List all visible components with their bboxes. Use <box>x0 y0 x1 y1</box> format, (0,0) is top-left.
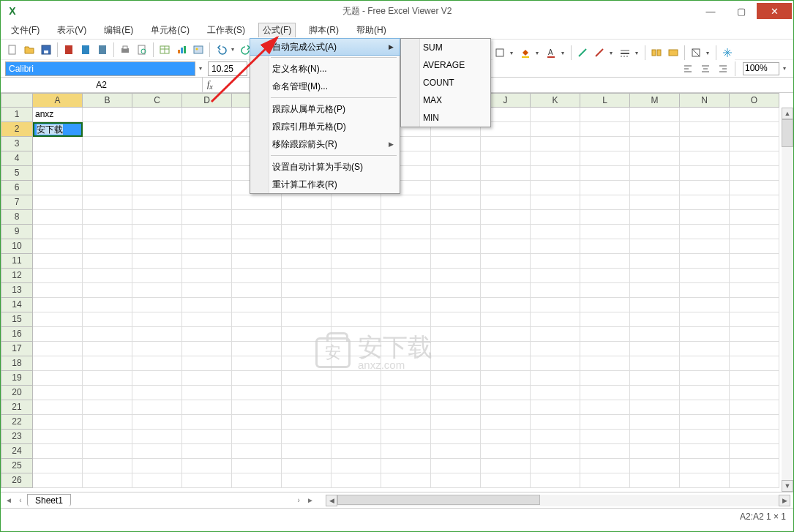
cell[interactable] <box>132 225 182 239</box>
menu-name-manager[interactable]: 命名管理(M)... <box>250 78 400 95</box>
cell[interactable] <box>132 239 182 254</box>
cell[interactable] <box>531 371 580 386</box>
col-header-N[interactable]: N <box>680 93 730 108</box>
cell[interactable] <box>580 371 630 386</box>
cell[interactable] <box>182 210 232 225</box>
cell[interactable] <box>630 371 680 386</box>
cell[interactable] <box>83 371 132 386</box>
cell[interactable] <box>332 195 381 210</box>
cell[interactable] <box>730 298 779 312</box>
cell[interactable] <box>481 166 531 181</box>
cell[interactable] <box>630 225 680 239</box>
cell[interactable] <box>431 444 481 459</box>
cell[interactable] <box>630 151 680 166</box>
preview-icon[interactable] <box>135 42 149 57</box>
col-header-D[interactable]: D <box>182 93 232 108</box>
horizontal-scrollbar[interactable]: ◀ ▶ <box>326 495 790 506</box>
cell[interactable] <box>182 386 232 400</box>
cell[interactable] <box>531 195 580 210</box>
cell[interactable] <box>431 225 481 239</box>
row-header[interactable]: 24 <box>1 444 33 459</box>
cell[interactable] <box>481 312 531 327</box>
cell[interactable] <box>431 386 481 400</box>
cell[interactable] <box>531 122 580 137</box>
cell[interactable] <box>182 473 232 488</box>
cell[interactable] <box>83 122 132 137</box>
cell[interactable] <box>232 283 282 298</box>
cell[interactable] <box>680 151 730 166</box>
cell[interactable] <box>730 371 779 386</box>
line1-icon[interactable] <box>575 45 590 60</box>
cell[interactable] <box>580 386 630 400</box>
cell[interactable] <box>381 210 431 225</box>
cell[interactable] <box>33 312 83 327</box>
cell[interactable] <box>580 473 630 488</box>
cell[interactable] <box>282 195 332 210</box>
cell[interactable] <box>730 459 779 473</box>
row-header[interactable]: 3 <box>1 137 33 151</box>
cell[interactable] <box>381 283 431 298</box>
cell[interactable] <box>83 151 132 166</box>
row-header[interactable]: 6 <box>1 181 33 195</box>
align-left-icon[interactable] <box>681 61 695 76</box>
cell[interactable] <box>132 400 182 415</box>
name-box[interactable]: A2 <box>1 78 203 92</box>
cell[interactable] <box>282 312 332 327</box>
cell[interactable] <box>680 459 730 473</box>
cell[interactable] <box>730 415 779 430</box>
scroll-left-button[interactable]: ◀ <box>326 495 337 506</box>
cell[interactable] <box>332 444 381 459</box>
cell[interactable] <box>580 254 630 269</box>
select-all-corner[interactable] <box>1 93 33 108</box>
cell[interactable] <box>531 181 580 195</box>
cell[interactable] <box>431 371 481 386</box>
cell[interactable] <box>481 181 531 195</box>
cell[interactable] <box>182 312 232 327</box>
cell[interactable] <box>182 459 232 473</box>
merge1-icon[interactable] <box>649 45 664 60</box>
cell[interactable] <box>531 400 580 415</box>
cell[interactable] <box>132 356 182 371</box>
cell[interactable] <box>182 415 232 430</box>
cell[interactable] <box>332 473 381 488</box>
cell[interactable] <box>431 239 481 254</box>
cell[interactable] <box>132 269 182 283</box>
cell[interactable] <box>282 386 332 400</box>
cell[interactable] <box>580 444 630 459</box>
cell[interactable] <box>33 459 83 473</box>
cell[interactable] <box>630 459 680 473</box>
cell[interactable] <box>232 473 282 488</box>
cell[interactable] <box>132 444 182 459</box>
cell[interactable] <box>730 342 779 356</box>
cell[interactable] <box>33 269 83 283</box>
cell[interactable] <box>232 312 282 327</box>
cell[interactable] <box>232 195 282 210</box>
cell[interactable] <box>680 108 730 122</box>
menu-file[interactable]: 文件(F) <box>7 23 44 38</box>
cell[interactable] <box>83 342 132 356</box>
row-header[interactable]: 2 <box>1 122 33 137</box>
cell[interactable] <box>33 239 83 254</box>
cell[interactable] <box>431 459 481 473</box>
cell[interactable] <box>680 298 730 312</box>
row-header[interactable]: 16 <box>1 327 33 342</box>
cell[interactable] <box>730 312 779 327</box>
cell[interactable] <box>531 327 580 342</box>
cell[interactable] <box>182 181 232 195</box>
cell[interactable] <box>481 239 531 254</box>
cell[interactable]: 安下载 <box>33 122 83 137</box>
cell[interactable] <box>630 473 680 488</box>
cell[interactable] <box>481 151 531 166</box>
row-header[interactable]: 10 <box>1 239 33 254</box>
cell[interactable] <box>630 386 680 400</box>
cell[interactable] <box>83 137 132 151</box>
cell[interactable] <box>132 151 182 166</box>
cell[interactable] <box>481 444 531 459</box>
menu-remove-arrows[interactable]: 移除跟踪箭头(R) <box>250 135 400 153</box>
cell[interactable] <box>580 459 630 473</box>
cell[interactable] <box>531 386 580 400</box>
cell[interactable] <box>680 430 730 444</box>
menu-script[interactable]: 脚本(R) <box>304 23 343 38</box>
cell[interactable] <box>431 400 481 415</box>
font-size-box[interactable]: 10.25 <box>208 61 247 76</box>
